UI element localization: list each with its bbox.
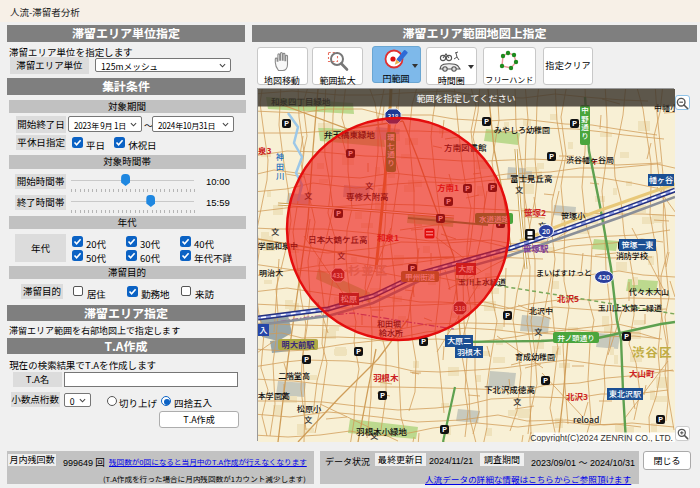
svg-text:神田川: 神田川 bbox=[275, 153, 286, 181]
svg-text:P: P bbox=[543, 374, 548, 385]
svg-text:羽根木: 羽根木 bbox=[373, 371, 399, 383]
svg-text:羽根木小緑地: 羽根木小緑地 bbox=[356, 425, 408, 437]
svg-text:入: 入 bbox=[260, 324, 268, 335]
svg-text:渋谷幡ヶ谷局: 渋谷幡ヶ谷局 bbox=[566, 154, 614, 165]
svg-text:P: P bbox=[304, 353, 309, 364]
svg-text:明大前駅: 明大前駅 bbox=[282, 338, 316, 350]
svg-text:P: P bbox=[624, 330, 629, 341]
svg-text:範囲を指定してください: 範囲を指定してください bbox=[416, 92, 515, 105]
svg-text:泉3: 泉3 bbox=[258, 144, 272, 156]
svg-text:玉川上水第二緑道: 玉川上水第二緑道 bbox=[598, 302, 662, 313]
svg-text:reload: reload bbox=[573, 413, 599, 425]
svg-text:幡ヶ谷: 幡ヶ谷 bbox=[649, 174, 673, 185]
svg-text:P: P bbox=[484, 115, 489, 126]
svg-text:東北沢駅: 東北沢駅 bbox=[609, 388, 641, 399]
svg-text:り: り bbox=[581, 130, 589, 141]
svg-text:まいばすけっと: まいばすけっと bbox=[536, 267, 592, 278]
svg-text:明治大: 明治大 bbox=[259, 267, 283, 278]
svg-text:育成幼稚園: 育成幼稚園 bbox=[515, 351, 555, 362]
svg-text:羽根木: 羽根木 bbox=[457, 346, 482, 357]
svg-text:P: P bbox=[549, 150, 554, 161]
svg-text:文: 文 bbox=[304, 414, 312, 425]
svg-text:渋谷区: 渋谷区 bbox=[632, 342, 673, 361]
svg-text:笹塚2: 笹塚2 bbox=[524, 206, 546, 218]
svg-text:笹塚一東: 笹塚一東 bbox=[622, 239, 654, 250]
svg-text:井ノ頭通り: 井ノ頭通り bbox=[557, 332, 595, 343]
svg-text:二階堂高: 二階堂高 bbox=[278, 370, 310, 381]
svg-text:大原二: 大原二 bbox=[447, 335, 471, 346]
svg-text:20: 20 bbox=[542, 226, 550, 236]
svg-text:文: 文 bbox=[515, 184, 523, 195]
svg-text:420: 420 bbox=[598, 272, 610, 282]
svg-text:松原小: 松原小 bbox=[296, 403, 322, 414]
svg-text:文: 文 bbox=[534, 326, 542, 337]
svg-text:P: P bbox=[356, 345, 361, 356]
svg-text:Copyright(C)2024 ZENRIN CO., L: Copyright(C)2024 ZENRIN CO., LTD. bbox=[530, 433, 673, 443]
svg-text:P: P bbox=[380, 389, 385, 400]
svg-text:P: P bbox=[572, 117, 577, 128]
svg-text:消防学校: 消防学校 bbox=[616, 250, 648, 261]
svg-text:みやしろ幼稚園: みやしろ幼稚園 bbox=[494, 124, 550, 135]
svg-text:北沢中: 北沢中 bbox=[529, 305, 553, 316]
svg-text:笹塚駅: 笹塚駅 bbox=[523, 242, 549, 254]
svg-text:P: P bbox=[505, 309, 510, 320]
svg-text:文: 文 bbox=[513, 396, 521, 407]
svg-text:代々木大山: 代々木大山 bbox=[628, 286, 669, 297]
svg-text:笹塚小: 笹塚小 bbox=[561, 210, 586, 221]
svg-text:P: P bbox=[284, 117, 289, 128]
svg-text:北沢3: 北沢3 bbox=[566, 390, 588, 402]
svg-text:本学園高: 本学園高 bbox=[258, 390, 290, 401]
svg-text:北沢5: 北沢5 bbox=[557, 292, 579, 304]
svg-text:P: P bbox=[658, 413, 663, 424]
svg-text:大山町: 大山町 bbox=[629, 367, 655, 379]
svg-text:P: P bbox=[442, 423, 447, 434]
svg-text:下北沢成徳高: 下北沢成徳高 bbox=[484, 383, 535, 395]
svg-text:文: 文 bbox=[271, 226, 279, 237]
svg-text:富士見丘高: 富士見丘高 bbox=[510, 172, 553, 184]
